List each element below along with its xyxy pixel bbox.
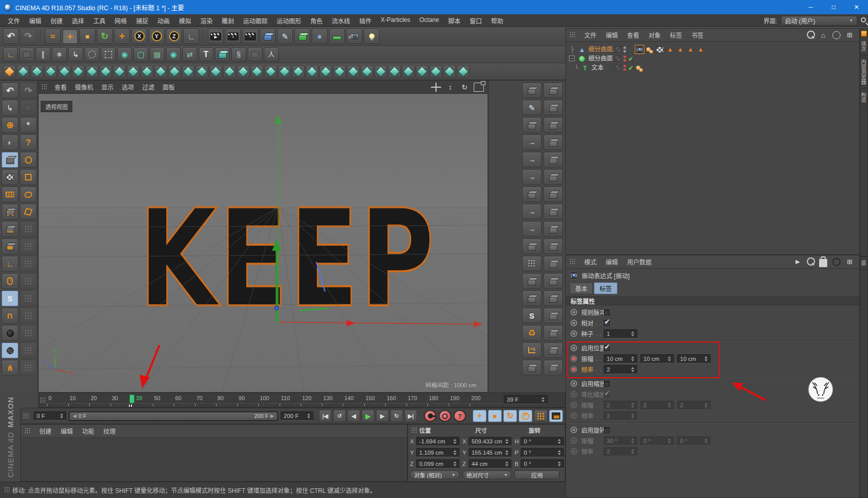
key-parameter-toggle[interactable]: P <box>519 410 532 422</box>
size-mode-dropdown[interactable]: 绝对尺寸▼ <box>463 470 512 479</box>
undo-icon[interactable]: ↶ <box>2 83 18 98</box>
deformer-diamond-icon[interactable] <box>264 65 277 78</box>
spinner[interactable] <box>556 450 561 455</box>
menu-item[interactable]: 创建 <box>46 15 67 27</box>
preset-cube-icon[interactable] <box>544 152 563 167</box>
comb-icon[interactable]: ∥ <box>36 47 50 61</box>
object-row[interactable]: └T文本✔ <box>566 63 859 72</box>
hatch-sphere-button[interactable] <box>2 343 18 358</box>
preset-cube-icon[interactable] <box>544 117 563 133</box>
checkbox[interactable] <box>604 309 610 316</box>
position-mode-dropdown[interactable]: 对象 (相对)▼ <box>410 470 459 479</box>
value-field[interactable]: 2 <box>677 401 711 410</box>
deformer-diamond-icon[interactable] <box>209 65 222 78</box>
vertical-tab[interactable]: 场次 <box>860 38 867 56</box>
value-field[interactable]: 2 <box>640 401 674 410</box>
deformer-diamond-icon[interactable] <box>374 65 387 78</box>
edges-mode-button[interactable] <box>2 221 18 237</box>
phong-tag[interactable] <box>645 45 654 54</box>
value-field[interactable]: 1 <box>604 329 637 338</box>
lock-icon[interactable] <box>819 259 827 267</box>
help-cursor-icon[interactable]: ? <box>20 135 37 150</box>
menu-item[interactable]: 帮助 <box>486 15 508 27</box>
object-manager-menu-item[interactable]: 编辑 <box>601 29 622 41</box>
add-panel-icon[interactable]: ⊞ <box>846 31 854 39</box>
key-scale-toggle[interactable]: ■ <box>488 410 502 422</box>
layer-toggle[interactable] <box>615 46 621 53</box>
vertical-tab[interactable]: 内容浏览器 <box>860 56 867 89</box>
pointer-icon[interactable]: ▶ <box>794 258 802 266</box>
preset-cube-icon[interactable] <box>522 187 541 202</box>
menu-item[interactable]: 工具 <box>89 15 110 27</box>
spinner[interactable] <box>629 356 634 361</box>
redo-icon[interactable]: ↷ <box>20 83 37 98</box>
deformer-diamond-icon[interactable] <box>113 65 126 78</box>
coordinate-field[interactable]: 0 ° <box>521 437 564 446</box>
object-manager-menu-item[interactable]: 查看 <box>622 29 644 41</box>
key-rotation-toggle[interactable]: ↻ <box>503 410 517 422</box>
mouse-mode-button[interactable] <box>2 273 18 289</box>
undo-button[interactable]: ↶ <box>3 29 19 44</box>
next-frame-button[interactable]: ▶ <box>376 410 389 422</box>
viewport-menu-item[interactable]: 显示 <box>97 81 118 93</box>
live-selection-button[interactable]: ≈ <box>45 29 61 44</box>
menu-item[interactable]: Octane <box>415 15 444 27</box>
deformer-diamond-icon[interactable] <box>17 65 30 78</box>
preset-cube-icon[interactable] <box>544 256 563 271</box>
viewport-menu-item[interactable]: 查看 <box>50 81 71 93</box>
deformer-diamond-icon[interactable] <box>278 65 291 78</box>
vibrate-tag[interactable] <box>635 45 644 54</box>
object-manager-menu-item[interactable]: 文件 <box>580 29 601 41</box>
object-manager-menu-item[interactable]: 标签 <box>665 29 687 41</box>
menu-item[interactable]: 网格 <box>110 15 131 27</box>
value-field[interactable]: 2 <box>604 365 637 374</box>
value-field[interactable]: 10 cm <box>604 354 637 363</box>
preset-cube-icon[interactable] <box>544 291 563 306</box>
home-icon[interactable]: ⌂ <box>819 31 827 39</box>
goto-end-button[interactable]: ▶| <box>404 410 417 422</box>
keyframe-circle[interactable] <box>571 412 577 419</box>
keyframe-circle[interactable] <box>571 320 577 326</box>
coordinate-system-button[interactable]: ∟ <box>183 29 199 44</box>
panel-grip[interactable] <box>24 428 31 434</box>
selection-tag[interactable]: ▲ <box>666 45 674 54</box>
rotate-tool-button[interactable]: ↻ <box>97 29 113 44</box>
panel-grip[interactable] <box>40 397 46 404</box>
texture-mode-button[interactable] <box>2 169 18 185</box>
stacked-cubes-icon[interactable]: ▤ <box>150 47 165 61</box>
viewport-menu-item[interactable]: 过滤 <box>138 81 158 93</box>
preset-cube-icon[interactable] <box>544 83 563 98</box>
spinner[interactable] <box>451 461 456 466</box>
deformer-diamond-icon[interactable] <box>141 65 153 78</box>
preset-cube-icon[interactable] <box>544 135 563 150</box>
material-list-empty[interactable] <box>21 438 407 482</box>
spinner[interactable] <box>629 403 634 408</box>
spinner[interactable] <box>451 450 456 455</box>
soft-curve-button[interactable]: S <box>2 291 18 306</box>
keyframe-circle[interactable] <box>571 380 577 387</box>
preset-cube-icon[interactable] <box>522 291 541 306</box>
spinner[interactable] <box>666 356 671 361</box>
visibility-dot[interactable] <box>623 68 626 71</box>
snap-network-icon[interactable]: ⊕ <box>2 117 18 133</box>
coordinate-field[interactable]: 44 cm <box>469 459 512 468</box>
menu-item[interactable]: 插件 <box>355 15 376 27</box>
spinner[interactable] <box>58 413 63 418</box>
value-field[interactable]: 0 ° <box>640 436 674 445</box>
deformer-diamond-icon[interactable] <box>72 65 85 78</box>
deformer-diamond-icon[interactable] <box>223 65 236 78</box>
circle-select-icon[interactable] <box>20 152 37 168</box>
preset-cube-icon[interactable] <box>544 100 563 115</box>
recycle-icon[interactable]: ♻ <box>522 325 541 340</box>
goto-start-button[interactable]: |◀ <box>319 410 332 422</box>
search-icon[interactable] <box>807 257 815 266</box>
vertical-tab[interactable]: 层 <box>860 257 867 270</box>
pen-icon[interactable]: ✎ <box>522 100 541 115</box>
deformer-diamond-icon[interactable] <box>347 65 360 78</box>
layer-toggle[interactable] <box>615 56 621 62</box>
coordinate-field[interactable]: 155.145 cm <box>469 448 512 457</box>
last-tool-button[interactable]: + <box>114 29 130 44</box>
material-manager-menu-item[interactable]: 编辑 <box>56 425 77 437</box>
timeline-window-button[interactable] <box>549 410 563 422</box>
viewport-menu-item[interactable]: 面板 <box>158 81 179 93</box>
